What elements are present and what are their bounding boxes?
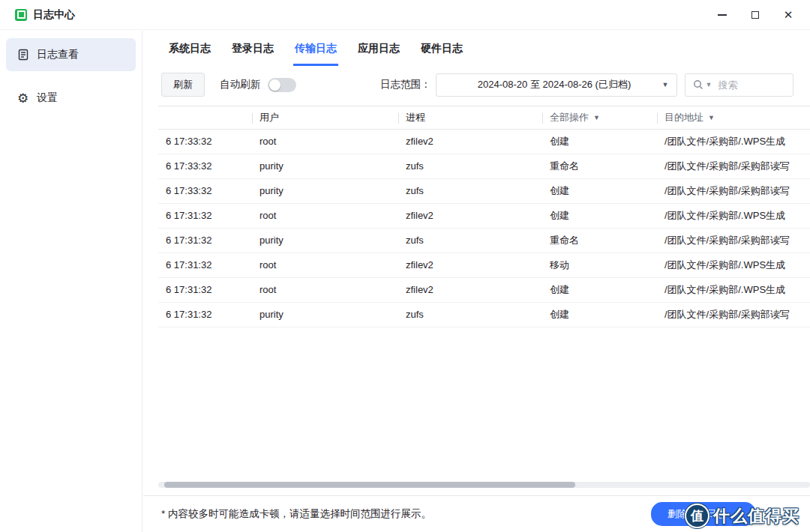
cell-destination: /团队文件/采购部/.WPS生成 [657,253,810,277]
table-row: 6 17:33:32 purity zufs 创建 /团队文件/采购部/采购部读… [158,179,810,204]
col-header-destination-filter[interactable]: 目的地址 ▼ [657,106,810,129]
auto-refresh-toggle[interactable] [268,78,296,92]
cell-destination: /团队文件/采购部/.WPS生成 [657,204,810,228]
cell-process: zufs [398,154,542,178]
cell-user: root [252,278,398,302]
col-header-operation-filter[interactable]: 全部操作 ▼ [542,106,657,129]
cell-destination: /团队文件/采购部/.WPS生成 [657,278,810,302]
cell-operation: 创建 [542,179,657,203]
cell-time: 6 17:33:32 [158,130,252,154]
col-header-user: 用户 [252,106,398,129]
cell-operation: 移动 [542,253,657,277]
cell-destination: /团队文件/采购部/采购部读写 [657,179,810,203]
sidebar-item-settings[interactable]: ⚙ 设置 [6,82,136,115]
cell-process: zufs [398,303,542,327]
cell-operation: 重命名 [542,229,657,253]
cell-process: zfilev2 [398,278,542,302]
footer-note: * 内容较多时可能造成卡顿，请适量选择时间范围进行展示。 [161,507,431,521]
table-header-row: 用户 进程 全部操作 ▼ 目的地址 ▼ [158,106,810,130]
log-table-body: 6 17:33:32 root zfilev2 创建 /团队文件/采购部/.WP… [158,130,810,327]
main-panel: 系统日志登录日志传输日志应用日志硬件日志 刷新 自动刷新 日志范围： 2024-… [143,31,810,532]
log-tab[interactable]: 系统日志 [167,42,212,66]
titlebar: 日志中心 ✕ [0,0,810,30]
auto-refresh-label: 自动刷新 [220,78,260,91]
cell-time: 6 17:31:32 [158,204,252,228]
close-button[interactable]: ✕ [780,7,796,23]
search-scope-caret-icon[interactable]: ▼ [706,82,712,88]
chevron-down-icon: ▼ [662,82,669,88]
cell-process: zufs [398,179,542,203]
table-row: 6 17:31:32 root zfilev2 创建 /团队文件/采购部/.WP… [158,204,810,229]
cell-process: zfilev2 [398,253,542,277]
cell-time: 6 17:33:32 [158,179,252,203]
cell-user: root [252,130,398,154]
sidebar-item-label: 设置 [37,91,58,105]
horizontal-scrollbar-thumb[interactable] [164,482,575,488]
log-tab[interactable]: 传输日志 [293,42,338,66]
app-logo-icon [15,9,27,21]
cell-operation: 重命名 [542,154,657,178]
gear-icon: ⚙ [16,92,29,105]
refresh-button[interactable]: 刷新 [161,73,205,97]
table-row: 6 17:33:32 root zfilev2 创建 /团队文件/采购部/.WP… [158,130,810,154]
footer: * 内容较多时可能造成卡顿，请适量选择时间范围进行展示。 删除当前日志 [143,495,810,532]
chevron-down-icon: ▼ [593,115,600,121]
col-header-process: 进程 [398,106,542,129]
close-icon: ✕ [784,9,794,20]
minimize-button[interactable] [714,7,730,23]
horizontal-scrollbar-track[interactable] [158,482,810,488]
date-range-value: 2024-08-20 至 2024-08-26 (已归档) [447,78,662,91]
minimize-icon [718,14,727,16]
table-row: 6 17:31:32 purity zufs 重命名 /团队文件/采购部/采购部… [158,229,810,253]
cell-operation: 创建 [542,278,657,302]
table-row: 6 17:31:32 purity zufs 创建 /团队文件/采购部/采购部读… [158,303,810,327]
cell-time: 6 17:31:32 [158,253,252,277]
empty-space [143,327,810,482]
log-document-icon [16,49,29,61]
col-header-time [158,106,252,129]
log-center-window: 日志中心 ✕ 日志查看 ⚙ 设置 系统日志登录日志传 [0,0,810,532]
cell-user: purity [252,179,398,203]
search-icon [693,79,704,90]
cell-destination: /团队文件/采购部/采购部读写 [657,229,810,253]
cell-user: root [252,253,398,277]
sidebar: 日志查看 ⚙ 设置 [0,31,142,532]
cell-destination: /团队文件/采购部/采购部读写 [657,154,810,178]
sidebar-item-log-view[interactable]: 日志查看 [6,38,136,71]
cell-operation: 创建 [542,204,657,228]
table-row: 6 17:31:32 root zfilev2 创建 /团队文件/采购部/.WP… [158,278,810,303]
log-table: 用户 进程 全部操作 ▼ 目的地址 ▼ 6 17:33:32 root zfil… [158,106,810,327]
sidebar-item-label: 日志查看 [37,48,79,61]
window-controls: ✕ [714,7,796,23]
app-title: 日志中心 [33,8,75,22]
cell-time: 6 17:31:32 [158,303,252,327]
search-box[interactable]: ▼ [685,73,794,97]
cell-user: root [252,204,398,228]
log-tabs: 系统日志登录日志传输日志应用日志硬件日志 [143,31,810,66]
cell-operation: 创建 [542,130,657,154]
cell-time: 6 17:31:32 [158,278,252,302]
cell-process: zfilev2 [398,130,542,154]
maximize-icon [752,11,759,19]
table-row: 6 17:31:32 root zfilev2 移动 /团队文件/采购部/.WP… [158,253,810,278]
cell-user: purity [252,229,398,253]
maximize-button[interactable] [747,7,764,23]
cell-user: purity [252,303,398,327]
search-input[interactable] [718,79,785,91]
toolbar: 刷新 自动刷新 日志范围： 2024-08-20 至 2024-08-26 (已… [161,73,794,97]
cell-time: 6 17:31:32 [158,229,252,253]
log-tab[interactable]: 登录日志 [230,42,275,66]
log-tab[interactable]: 应用日志 [356,42,401,66]
cell-user: purity [252,154,398,178]
cell-time: 6 17:33:32 [158,154,252,178]
cell-destination: /团队文件/采购部/.WPS生成 [657,130,810,154]
cell-operation: 创建 [542,303,657,327]
date-range-select[interactable]: 2024-08-20 至 2024-08-26 (已归档) ▼ [436,73,677,97]
log-range-label: 日志范围： [380,78,431,91]
cell-process: zufs [398,229,542,253]
cell-process: zfilev2 [398,204,542,228]
table-row: 6 17:33:32 purity zufs 重命名 /团队文件/采购部/采购部… [158,154,810,179]
cell-destination: /团队文件/采购部/采购部读写 [657,303,810,327]
delete-current-log-button[interactable]: 删除当前日志 [651,502,756,526]
log-tab[interactable]: 硬件日志 [419,42,464,66]
